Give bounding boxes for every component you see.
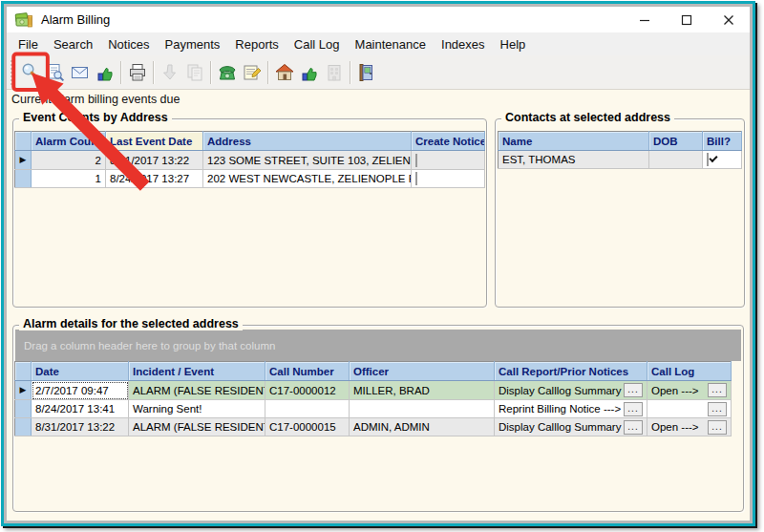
column-header-call-log[interactable]: Call Log	[647, 362, 732, 381]
call-report-link[interactable]: Reprint Billing Notice --->	[499, 403, 624, 415]
cell-incident-event[interactable]: ALARM (FALSE RESIDENTIA	[129, 418, 265, 436]
call-report-ellipsis-button[interactable]: ...	[624, 383, 643, 397]
bill-checkbox[interactable]	[707, 153, 709, 166]
cell-call-log[interactable]: Open --->...	[647, 381, 732, 400]
alarm-details-row-2[interactable]: 8/24/2017 13:41 Warning Sent! Reprint Bi…	[15, 400, 732, 418]
email-button[interactable]	[68, 60, 93, 85]
cell-create-notice[interactable]	[412, 170, 485, 188]
alarm-details-row-1[interactable]: ▶ 2/7/2017 09:47 ALARM (FALSE RESIDENTIA…	[15, 381, 732, 400]
approve-button[interactable]	[93, 60, 117, 85]
money-app-icon	[14, 11, 33, 29]
cell-officer[interactable]	[350, 400, 495, 418]
create-notice-checkbox[interactable]	[415, 172, 417, 185]
column-header-call-report[interactable]: Call Report/Prior Notices	[495, 362, 647, 381]
cell-last-event-date[interactable]: 8/24/2017 13:27	[106, 170, 203, 188]
cell-call-report[interactable]: Display Calllog Summary --->...	[495, 418, 647, 436]
cell-last-event-date[interactable]: 8/31/2017 13:22	[106, 151, 203, 170]
column-header-dob[interactable]: DOB	[649, 132, 703, 151]
column-header-officer[interactable]: Officer	[350, 362, 495, 381]
contacts-group: Contacts at selected address Name DOB Bi…	[495, 118, 745, 308]
menu-file[interactable]: File	[11, 34, 46, 54]
print-button[interactable]	[125, 60, 150, 85]
move-down-button[interactable]	[158, 60, 182, 85]
group-by-drop-zone[interactable]: Drag a column header here to group by th…	[15, 330, 741, 361]
alarm-details-row-3[interactable]: 8/31/2017 13:22 ALARM (FALSE RESIDENTIA …	[15, 418, 732, 436]
cell-dob[interactable]	[649, 151, 703, 169]
call-log-link[interactable]: Open --->	[651, 421, 708, 433]
toolbar-separator	[153, 61, 155, 84]
menu-search[interactable]: Search	[46, 34, 100, 54]
building-button[interactable]	[322, 60, 347, 85]
create-notice-checkbox[interactable]	[415, 154, 417, 167]
call-report-ellipsis-button[interactable]: ...	[624, 420, 643, 435]
event-counts-table: Alarm Count Last Event Date Address Crea…	[14, 131, 485, 188]
approve-contact-button[interactable]	[297, 60, 322, 85]
notepad-edit-button[interactable]	[240, 60, 265, 85]
cell-call-number[interactable]	[265, 400, 350, 418]
call-report-link[interactable]: Display Calllog Summary --->	[499, 421, 624, 433]
contacts-row-1[interactable]: EST, THOMAS	[499, 151, 742, 169]
cell-call-report[interactable]: Reprint Billing Notice --->...	[495, 400, 647, 418]
cell-address[interactable]: 123 SOME STREET, SUITE 103, ZELIENOP	[203, 151, 412, 170]
menu-notices[interactable]: Notices	[100, 34, 157, 54]
call-log-link[interactable]: Open --->	[651, 385, 708, 396]
event-counts-row-1[interactable]: ▶ 2 8/31/2017 13:22 123 SOME STREET, SUI…	[15, 151, 485, 170]
cell-create-notice[interactable]	[412, 151, 485, 170]
menu-reports[interactable]: Reports	[227, 34, 286, 54]
column-header-create-notice[interactable]: Create Notice	[412, 132, 485, 151]
column-header-address[interactable]: Address	[203, 132, 412, 151]
call-report-ellipsis-button[interactable]: ...	[624, 402, 643, 416]
copy-pages-button[interactable]	[182, 60, 207, 85]
column-header-date[interactable]: Date	[32, 362, 129, 381]
cell-incident-event[interactable]: Warning Sent!	[129, 400, 265, 418]
column-header-name[interactable]: Name	[499, 132, 649, 151]
cell-call-report[interactable]: Display Calllog Summary --->...	[495, 381, 647, 400]
home-button[interactable]	[272, 60, 297, 85]
cell-call-number[interactable]: C17-0000012	[265, 381, 350, 400]
call-report-link[interactable]: Display Calllog Summary --->	[499, 385, 624, 396]
search-button[interactable]	[18, 60, 43, 85]
column-header-bill[interactable]: Bill?	[703, 132, 742, 151]
call-log-ellipsis-button[interactable]: ...	[708, 420, 727, 435]
cell-alarm-count[interactable]: 2	[32, 151, 106, 170]
cell-officer[interactable]: ADMIN, ADMIN	[350, 418, 495, 436]
menu-maintenance[interactable]: Maintenance	[348, 34, 434, 54]
telephone-button[interactable]	[215, 60, 240, 85]
call-log-ellipsis-button[interactable]: ...	[708, 383, 727, 397]
menu-payments[interactable]: Payments	[158, 34, 228, 54]
cell-incident-event[interactable]: ALARM (FALSE RESIDENTIA	[129, 381, 265, 400]
menu-call-log[interactable]: Call Log	[286, 34, 348, 54]
toolbar-gripper[interactable]	[11, 60, 15, 85]
column-header-call-number[interactable]: Call Number	[265, 362, 350, 381]
cell-date[interactable]: 8/31/2017 13:22	[32, 418, 129, 436]
row-selector	[15, 418, 32, 436]
arrow-down-icon	[159, 62, 180, 83]
app-window: Alarm Billing File Search Notices Paymen…	[1, 1, 755, 526]
cell-alarm-count[interactable]: 1	[32, 170, 106, 188]
printer-icon	[127, 62, 148, 83]
preview-document-button[interactable]	[43, 60, 68, 85]
cell-address[interactable]: 202 WEST NEWCASTLE, ZELIENOPLE PA	[203, 170, 412, 188]
column-header-alarm-count[interactable]: Alarm Count	[32, 132, 106, 151]
email-icon	[70, 62, 91, 83]
cell-call-number[interactable]: C17-0000015	[265, 418, 350, 436]
column-header-last-event-date[interactable]: Last Event Date	[106, 132, 203, 151]
menu-indexes[interactable]: Indexes	[434, 34, 493, 54]
cell-call-log[interactable]: ...	[647, 400, 732, 418]
preview-document-icon	[45, 62, 66, 83]
close-button[interactable]	[708, 7, 750, 32]
maximize-button[interactable]	[666, 7, 708, 32]
cell-officer[interactable]: MILLER, BRAD	[350, 381, 495, 400]
exit-button[interactable]	[354, 60, 379, 85]
minimize-button[interactable]	[624, 7, 666, 32]
column-header-incident-event[interactable]: Incident / Event	[129, 362, 265, 381]
cell-date[interactable]: 2/7/2017 09:47	[32, 381, 129, 400]
call-log-ellipsis-button[interactable]: ...	[708, 402, 727, 416]
event-counts-row-2[interactable]: 1 8/24/2017 13:27 202 WEST NEWCASTLE, ZE…	[15, 170, 485, 188]
cell-name[interactable]: EST, THOMAS	[499, 151, 649, 169]
cell-bill[interactable]	[703, 151, 742, 169]
cell-date[interactable]: 8/24/2017 13:41	[32, 400, 129, 418]
contacts-title: Contacts at selected address	[501, 111, 674, 124]
menu-help[interactable]: Help	[493, 34, 534, 54]
cell-call-log[interactable]: Open --->...	[647, 418, 732, 436]
